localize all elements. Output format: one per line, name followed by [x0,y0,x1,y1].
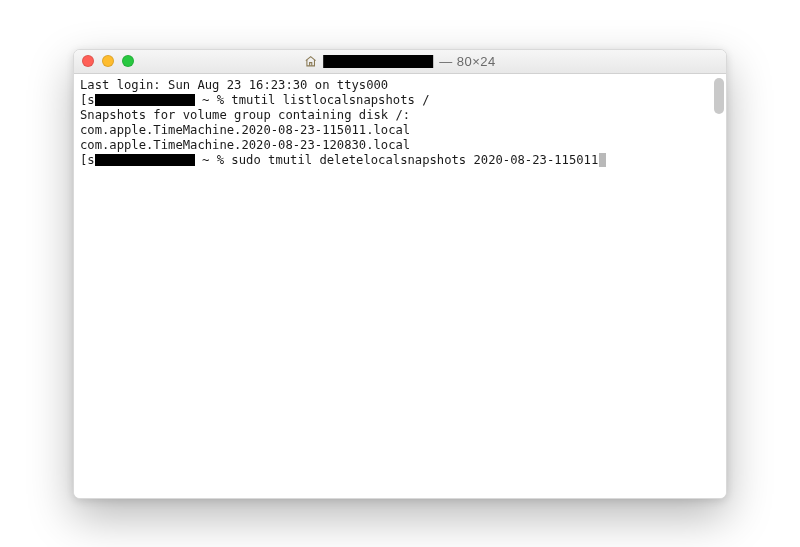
window-title: — 80×24 [304,54,496,69]
redacted-hostname [95,94,195,106]
traffic-lights [82,55,134,67]
snapshots-header: Snapshots for volume group containing di… [80,108,410,123]
scrollbar-thumb[interactable] [714,78,724,114]
title-redacted [323,55,433,68]
redacted-hostname [95,154,195,166]
terminal-window: — 80×24 Last login: Sun Aug 23 16:23:30 … [73,49,727,499]
home-icon [304,55,317,68]
terminal-body[interactable]: Last login: Sun Aug 23 16:23:30 on ttys0… [74,74,726,498]
bracket: [ [80,153,87,168]
maximize-button[interactable] [122,55,134,67]
terminal-line: com.apple.TimeMachine.2020-08-23-120830.… [80,138,720,153]
prompt-user-prefix: s [87,93,94,108]
terminal-line: [s ~ % sudo tmutil deletelocalsnapshots … [80,153,720,168]
titlebar[interactable]: — 80×24 [74,50,726,74]
prompt-user-prefix: s [87,153,94,168]
last-login-text: Last login: Sun Aug 23 16:23:30 on ttys0… [80,78,388,93]
minimize-button[interactable] [102,55,114,67]
prompt-command: ~ % sudo tmutil deletelocalsnapshots 202… [195,153,599,168]
snapshot-entry: com.apple.TimeMachine.2020-08-23-120830.… [80,138,410,153]
prompt-command: ~ % tmutil listlocalsnapshots / [195,93,430,108]
terminal-line: Last login: Sun Aug 23 16:23:30 on ttys0… [80,78,720,93]
terminal-line: [s ~ % tmutil listlocalsnapshots / [80,93,720,108]
close-button[interactable] [82,55,94,67]
bracket: [ [80,93,87,108]
terminal-line: com.apple.TimeMachine.2020-08-23-115011.… [80,123,720,138]
terminal-line: Snapshots for volume group containing di… [80,108,720,123]
snapshot-entry: com.apple.TimeMachine.2020-08-23-115011.… [80,123,410,138]
title-dimensions: — 80×24 [439,54,496,69]
terminal-cursor [599,153,606,167]
